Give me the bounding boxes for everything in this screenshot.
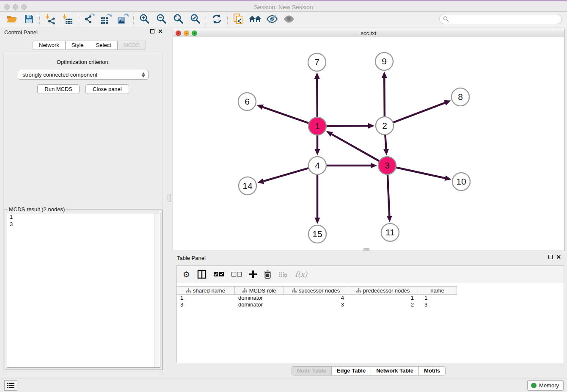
tab-network-table[interactable]: Network Table xyxy=(371,366,419,375)
optimization-criterion-value: strongly connected component xyxy=(22,72,97,78)
export-network-button[interactable] xyxy=(80,12,97,26)
hide-selected-button[interactable] xyxy=(264,12,281,26)
graph-edge-3-11[interactable] xyxy=(387,174,392,222)
mcds-result-list[interactable]: 13 xyxy=(7,213,160,368)
zoom-selected-button[interactable] xyxy=(187,12,204,26)
open-session-button[interactable] xyxy=(3,12,20,26)
search-input[interactable] xyxy=(439,14,562,24)
delete-column-icon[interactable] xyxy=(264,270,271,279)
network-resize-grip[interactable] xyxy=(363,248,369,251)
tab-node-table[interactable]: Node Table xyxy=(292,366,332,375)
houses-icon xyxy=(249,14,261,24)
graph-edge-4-15[interactable] xyxy=(315,174,320,224)
optimization-criterion-label: Optimization criterion: xyxy=(4,59,162,65)
attribute-type-icon xyxy=(242,288,247,293)
graph-node-1[interactable]: 1 xyxy=(308,117,326,135)
graph-edge-4-3[interactable] xyxy=(326,163,377,168)
graph-node-15[interactable]: 15 xyxy=(308,225,326,243)
graph-edge-1-2[interactable] xyxy=(326,123,374,129)
tab-motifs[interactable]: Motifs xyxy=(419,366,446,375)
graph-node-4[interactable]: 4 xyxy=(308,157,326,174)
mcds-result-groupbox: MCDS result (2 nodes) 13 xyxy=(5,210,162,370)
import-table-icon xyxy=(62,14,73,25)
zoom-out-button[interactable] xyxy=(153,12,170,26)
app-titlebar: Session: New Session xyxy=(0,0,567,12)
float-table-panel-icon[interactable] xyxy=(548,255,553,259)
column-header-name[interactable]: name xyxy=(418,287,457,294)
graph-edge-4-14[interactable] xyxy=(257,168,309,184)
optimization-criterion-select[interactable]: strongly connected component xyxy=(18,70,149,80)
svg-text:1: 1 xyxy=(315,121,320,131)
export-image-button[interactable] xyxy=(114,12,131,26)
table-row[interactable]: 1 dominator 4 1 1 xyxy=(177,295,457,301)
export-table-button[interactable] xyxy=(97,12,114,26)
search-field-wrap xyxy=(439,14,562,24)
graph-node-9[interactable]: 9 xyxy=(375,52,393,70)
list-icon xyxy=(7,382,14,389)
column-header-predecessor-nodes[interactable]: predecessor nodes xyxy=(348,287,418,294)
graph-node-11[interactable]: 11 xyxy=(381,224,399,241)
tab-mcds[interactable]: MCDS xyxy=(118,41,146,50)
graph-edge-1-7[interactable] xyxy=(314,72,320,118)
show-all-button[interactable] xyxy=(281,12,297,26)
graph-node-2[interactable]: 2 xyxy=(376,117,394,135)
network-canvas[interactable]: 1234678910111415 xyxy=(173,37,564,251)
toggle-column-icon[interactable] xyxy=(197,270,206,279)
column-header-successor-nodes[interactable]: successor nodes xyxy=(284,287,348,294)
add-column-icon[interactable] xyxy=(249,271,257,278)
graph-node-6[interactable]: 6 xyxy=(238,93,256,110)
graph-edge-1-4[interactable] xyxy=(315,135,320,155)
memory-button[interactable]: Memory xyxy=(527,380,564,391)
mcds-result-title: MCDS result (2 nodes) xyxy=(8,206,66,213)
first-neighbors-button[interactable] xyxy=(247,12,264,26)
column-header-shared-name[interactable]: shared name xyxy=(177,287,235,294)
export-network-icon xyxy=(83,14,95,25)
run-mcds-button[interactable]: Run MCDS xyxy=(37,84,80,94)
table-header-row[interactable]: shared name MCDS role successor xyxy=(177,286,457,295)
refresh-button[interactable] xyxy=(208,12,225,26)
graph-edge-2-8[interactable] xyxy=(393,100,451,123)
graph-edge-3-1[interactable] xyxy=(326,131,380,161)
svg-text:9: 9 xyxy=(382,56,387,66)
svg-text:6: 6 xyxy=(245,97,250,106)
float-panel-icon[interactable] xyxy=(150,29,154,33)
close-panel-button[interactable]: Close panel xyxy=(85,84,129,94)
table-row[interactable]: 3 dominator 3 2 3 xyxy=(177,301,457,308)
import-table-button[interactable] xyxy=(59,12,76,26)
session-title: Session: New Session xyxy=(0,4,567,11)
graph-edge-3-10[interactable] xyxy=(396,167,451,181)
tab-select[interactable]: Select xyxy=(90,41,118,50)
network-graph[interactable]: 1234678910111415 xyxy=(173,37,564,251)
tab-network[interactable]: Network xyxy=(33,41,66,50)
close-table-panel-icon[interactable]: ✕ xyxy=(556,255,561,259)
panel-splitter-handle[interactable] xyxy=(168,194,171,202)
graph-node-8[interactable]: 8 xyxy=(451,88,469,106)
graph-node-3[interactable]: 3 xyxy=(378,157,396,174)
graph-node-14[interactable]: 14 xyxy=(239,177,256,195)
fit-content-button[interactable] xyxy=(170,12,187,26)
graph-edge-2-9[interactable] xyxy=(382,72,387,117)
settings-gear-icon[interactable]: ⚙ xyxy=(183,270,190,279)
network-view-window: × − + scc.txt 1234678910111415 xyxy=(173,29,564,251)
column-header-mcds-role[interactable]: MCDS role xyxy=(235,287,284,294)
select-all-checkboxes-icon[interactable] xyxy=(214,272,224,277)
zoom-in-button[interactable] xyxy=(136,12,153,26)
node-table-container: ⚙ xyxy=(176,265,564,363)
graph-node-7[interactable]: 7 xyxy=(308,53,326,71)
deselect-all-checkboxes-icon[interactable] xyxy=(231,272,242,277)
close-panel-icon[interactable]: ✕ xyxy=(158,29,163,33)
graph-node-10[interactable]: 10 xyxy=(452,173,470,190)
graph-edge-2-3[interactable] xyxy=(383,134,389,155)
save-session-button[interactable] xyxy=(20,12,37,26)
graph-edge-1-6[interactable] xyxy=(257,105,309,124)
result-scrollbar[interactable] xyxy=(154,213,160,367)
svg-text:10: 10 xyxy=(456,177,466,186)
network-window-titlebar[interactable]: × − + scc.txt xyxy=(173,29,564,37)
duplicate-network-button[interactable] xyxy=(230,12,247,26)
toolbar-separator xyxy=(133,14,134,25)
task-history-button[interactable] xyxy=(4,380,17,391)
import-network-button[interactable] xyxy=(42,12,59,26)
fit-content-icon xyxy=(173,14,184,25)
tab-edge-table[interactable]: Edge Table xyxy=(332,366,371,375)
tab-style[interactable]: Style xyxy=(66,41,90,50)
